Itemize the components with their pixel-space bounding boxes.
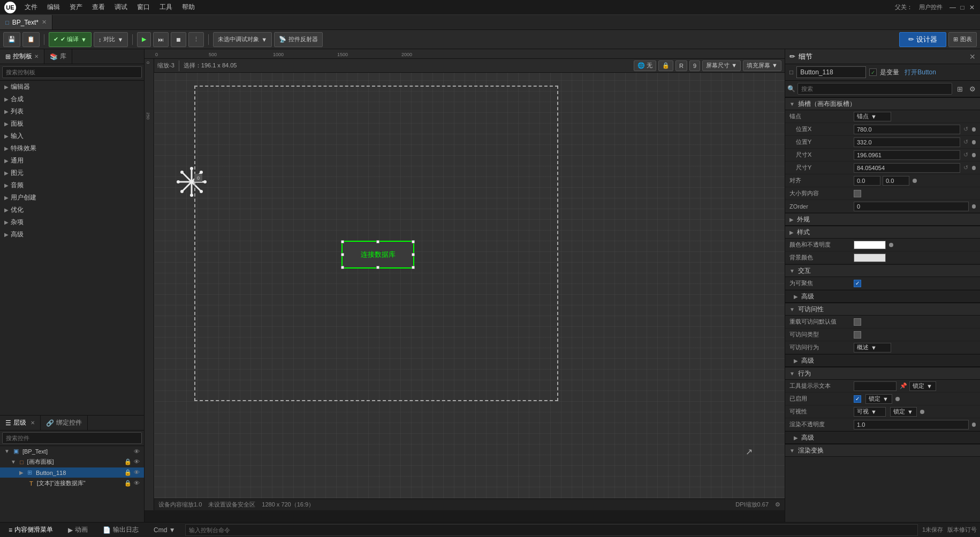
tree-item-common[interactable]: ▶ 通用 — [0, 155, 144, 167]
menu-window[interactable]: 窗口 — [133, 2, 154, 13]
align-x-input[interactable] — [854, 176, 880, 186]
menu-tools[interactable]: 工具 — [155, 2, 177, 13]
tree-item-advanced[interactable]: ▶ 高级 — [0, 228, 144, 241]
tree-item-primitive[interactable]: ▶ 图元 — [0, 167, 144, 179]
handle-mr[interactable] — [412, 253, 415, 256]
graph-button[interactable]: ⊞ 图表 — [948, 32, 977, 47]
posx-reset[interactable]: ↺ — [962, 126, 969, 133]
posx-input[interactable] — [854, 125, 960, 134]
color-swatch[interactable] — [854, 241, 886, 249]
menu-file[interactable]: 文件 — [20, 2, 42, 13]
hier-close[interactable]: ✕ — [31, 420, 35, 426]
slot-section-header[interactable]: ▼ 插槽（画布面板槽） — [785, 97, 980, 110]
designer-button[interactable]: ✏ 设计器 — [899, 32, 946, 47]
enabled-fixed-dropdown[interactable]: 锁定 ▼ — [865, 394, 892, 404]
play-button[interactable]: ▶ — [137, 32, 151, 47]
console-cmd-input[interactable] — [185, 524, 918, 536]
tree-item-optimize[interactable]: ▶ 优化 — [0, 204, 144, 216]
interaction-advanced-header[interactable]: ▶ 高级 — [785, 290, 980, 303]
stop-button[interactable]: ⏹ — [171, 32, 186, 47]
settings-icon-btn[interactable]: ⚙ — [967, 83, 978, 94]
tree-item-misc[interactable]: ▶ 杂项 — [0, 216, 144, 228]
vis-icon[interactable]: 👁 — [134, 458, 140, 465]
bottom-tab-log[interactable]: 📄 输出日志 — [97, 524, 144, 536]
visibility-dropdown[interactable]: 可视 ▼ — [854, 407, 886, 417]
tab-bp-text[interactable]: □ BP_Text* ✕ — [0, 15, 52, 29]
enabled-checkbox[interactable]: ✓ — [854, 395, 861, 403]
handle-bc[interactable] — [376, 266, 379, 269]
open-button-btn[interactable]: 打开Button — [902, 68, 938, 77]
hier-item-canvas[interactable]: ▼ □ [画布面板] 🔒 👁 — [0, 456, 144, 467]
tree-item-composite[interactable]: ▶ 合成 — [0, 93, 144, 105]
accessibility-section-header[interactable]: ▼ 可访问性 — [785, 303, 980, 316]
control-panel-tab[interactable]: ⊞ 控制板 ✕ — [0, 49, 44, 64]
align-y-input[interactable] — [883, 176, 909, 186]
hier-bind-tab[interactable]: 🔗 绑定控件 — [41, 416, 88, 430]
sizey-reset[interactable]: ↺ — [962, 164, 969, 172]
interaction-section-header[interactable]: ▼ 交互 — [785, 264, 980, 277]
fill-dropdown[interactable]: 填充屏幕 ▼ — [743, 60, 781, 71]
acc-behavior-dropdown[interactable]: 概述 ▼ — [854, 343, 891, 352]
details-search-input[interactable] — [797, 83, 952, 95]
right-panel-close-button[interactable]: ✕ — [969, 52, 976, 61]
extra-save-button[interactable]: 📋 — [22, 32, 40, 47]
tooltip-input[interactable] — [854, 381, 897, 391]
hier-item-bptext[interactable]: ▼ ▣ [BP_Text] 👁 — [0, 446, 144, 456]
handle-bl[interactable] — [341, 266, 344, 269]
tree-item-editor[interactable]: ▶ 编辑器 — [0, 81, 144, 93]
debug-target-dropdown[interactable]: 未选中调试对象 ▼ — [213, 32, 272, 47]
reflector-button[interactable]: 📡 控件反射器 — [274, 32, 323, 47]
vis-icon[interactable]: 👁 — [134, 469, 140, 476]
visibility-fixed-dropdown[interactable]: 锁定 ▼ — [890, 407, 917, 417]
zorder-input[interactable] — [854, 202, 969, 211]
handle-ml[interactable] — [341, 253, 344, 256]
tree-item-panel[interactable]: ▶ 面板 — [0, 118, 144, 130]
canvas-content[interactable]: 缩放-3 选择：196.1 x 84.05 🌐 无 🔒 R 9 — [154, 59, 785, 510]
focusable-checkbox[interactable]: ✓ — [854, 280, 861, 287]
compile-button[interactable]: ✔ ✔ 编译 ▼ — [49, 32, 92, 47]
close-button[interactable]: ✕ — [968, 4, 976, 11]
opacity-input[interactable] — [854, 420, 969, 429]
control-search-input[interactable] — [2, 66, 142, 78]
acc-advanced-header[interactable]: ▶ 高级 — [785, 354, 980, 367]
handle-br[interactable] — [412, 266, 415, 269]
handle-tr[interactable] — [412, 240, 415, 243]
sizex-reset[interactable]: ↺ — [962, 151, 969, 159]
tree-item-audio[interactable]: ▶ 音频 — [0, 179, 144, 191]
lock-icon[interactable]: 🔒 — [124, 480, 132, 487]
behavior-section-header[interactable]: ▼ 行为 — [785, 367, 980, 380]
handle-tl[interactable] — [341, 240, 344, 243]
bottom-tab-anim[interactable]: ▶ 动画 — [63, 524, 93, 536]
bg-color-swatch[interactable] — [854, 254, 886, 262]
vis-icon[interactable]: 👁 — [134, 480, 140, 487]
canvas-button-element[interactable]: 连接数据库 — [341, 241, 414, 268]
tree-item-user[interactable]: ▶ 用户创建 — [0, 191, 144, 204]
hier-item-button118[interactable]: ▶ ⊞ Button_118 🔒 👁 — [0, 467, 144, 478]
bottom-tab-content[interactable]: ≡ 内容侧滑菜单 — [3, 524, 58, 536]
menu-debug[interactable]: 调试 — [110, 2, 132, 13]
tree-item-input[interactable]: ▶ 输入 — [0, 130, 144, 142]
nine-btn[interactable]: 9 — [689, 60, 700, 71]
tab-close-button[interactable]: ✕ — [42, 19, 47, 26]
handle-tc[interactable] — [376, 240, 379, 243]
posy-input[interactable] — [854, 137, 960, 147]
size-dropdown[interactable]: 屏幕尺寸 ▼ — [702, 60, 741, 71]
menu-asset[interactable]: 资产 — [65, 2, 87, 13]
lock-icon[interactable]: 🔒 — [124, 458, 132, 465]
hier-item-text[interactable]: T [文本]"连接数据库" 🔒 👁 — [0, 478, 144, 489]
appearance-section-header[interactable]: ▶ 外规 — [785, 213, 980, 226]
hier-layers-tab[interactable]: ☰ 层级 ✕ — [0, 416, 41, 430]
library-tab[interactable]: 📚 库 — [44, 49, 72, 64]
lock-icon[interactable]: 🔒 — [124, 469, 132, 476]
mincontent-checkbox[interactable] — [854, 190, 861, 197]
tree-item-effects[interactable]: ▶ 特殊效果 — [0, 142, 144, 155]
menu-help[interactable]: 帮助 — [178, 2, 199, 13]
beh-advanced-header[interactable]: ▶ 高级 — [785, 431, 980, 444]
tooltip-fixed-dropdown[interactable]: 锁定 ▼ — [909, 381, 936, 391]
minimize-button[interactable]: — — [949, 4, 956, 11]
lock-btn[interactable]: 🔒 — [658, 60, 673, 71]
posy-reset[interactable]: ↺ — [962, 139, 969, 146]
sizey-input[interactable] — [854, 163, 960, 173]
tree-item-list[interactable]: ▶ 列表 — [0, 105, 144, 118]
gear-icon[interactable]: ⚙ — [775, 501, 780, 508]
